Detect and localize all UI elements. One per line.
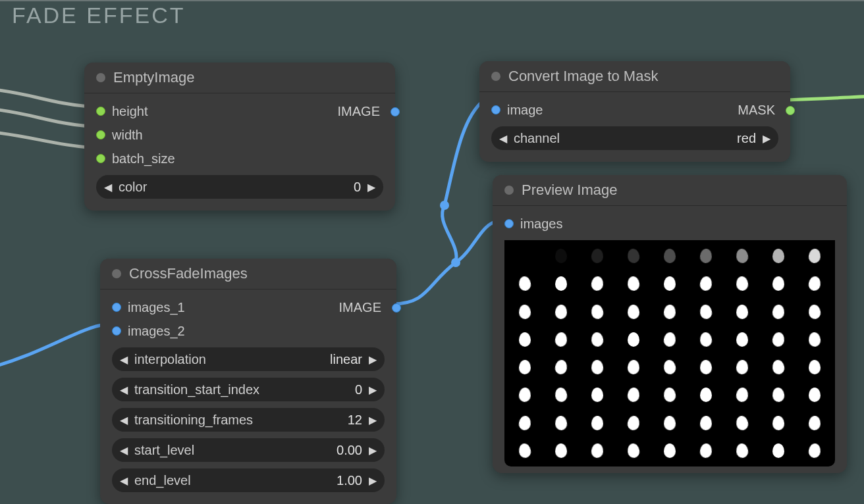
arrow-left-icon[interactable]: ◀ bbox=[120, 384, 128, 396]
widget-start-level[interactable]: ◀ start_level 0.00 ▶ bbox=[112, 438, 385, 462]
arrow-right-icon[interactable]: ▶ bbox=[369, 353, 377, 366]
port-icon[interactable] bbox=[786, 106, 795, 115]
preview-cell bbox=[797, 354, 832, 380]
widget-interpolation[interactable]: ◀ interpolation linear ▶ bbox=[112, 347, 385, 371]
port-icon[interactable] bbox=[491, 105, 500, 114]
node-convert-image-to-mask[interactable]: Convert Image to Mask MASK image ◀ chann… bbox=[479, 61, 790, 162]
node-crossfadeimages[interactable]: CrossFadeImages IMAGE images_1 images_2 … bbox=[100, 259, 396, 504]
node-title: Preview Image bbox=[522, 182, 618, 199]
input-label: height bbox=[112, 104, 148, 119]
input-label: batch_size bbox=[112, 151, 175, 166]
blob-icon bbox=[518, 332, 530, 347]
blob-icon bbox=[554, 387, 568, 403]
widget-value: 1.00 bbox=[337, 473, 362, 488]
blob-icon bbox=[808, 248, 821, 264]
arrow-left-icon[interactable]: ◀ bbox=[499, 132, 507, 145]
preview-cell bbox=[507, 438, 542, 464]
preview-cell bbox=[797, 299, 832, 325]
blob-icon bbox=[772, 415, 785, 430]
node-header[interactable]: CrossFadeImages bbox=[100, 259, 396, 290]
node-title: EmptyImage bbox=[113, 69, 195, 86]
arrow-left-icon[interactable]: ◀ bbox=[120, 414, 128, 426]
widget-value: linear bbox=[330, 352, 362, 367]
input-images-1[interactable]: images_1 bbox=[112, 297, 385, 317]
widget-channel[interactable]: ◀ channel red ▶ bbox=[491, 126, 778, 150]
port-icon[interactable] bbox=[96, 107, 105, 116]
arrow-left-icon[interactable]: ◀ bbox=[120, 444, 128, 457]
port-icon[interactable] bbox=[504, 219, 514, 228]
input-batch-size[interactable]: batch_size bbox=[96, 149, 383, 168]
blob-icon bbox=[736, 248, 749, 264]
collapse-dot-icon[interactable] bbox=[504, 186, 514, 195]
widget-label: start_level bbox=[134, 443, 194, 458]
input-height[interactable]: height bbox=[96, 101, 383, 121]
preview-cell bbox=[543, 326, 578, 353]
arrow-left-icon[interactable]: ◀ bbox=[120, 353, 128, 366]
node-preview-image[interactable]: Preview Image images bbox=[493, 175, 847, 473]
blob-icon bbox=[518, 360, 531, 375]
arrow-left-icon[interactable]: ◀ bbox=[104, 181, 112, 193]
preview-cell bbox=[616, 438, 651, 464]
preview-cell bbox=[616, 299, 651, 325]
blob-icon bbox=[808, 276, 822, 292]
node-header[interactable]: Convert Image to Mask bbox=[479, 61, 790, 92]
preview-cell bbox=[689, 410, 724, 436]
widget-value: 0.00 bbox=[337, 443, 362, 458]
blob-icon bbox=[736, 332, 748, 347]
input-label: image bbox=[507, 103, 543, 118]
widget-value: 12 bbox=[348, 413, 362, 428]
preview-cell bbox=[761, 299, 796, 325]
node-header[interactable]: EmptyImage bbox=[84, 63, 395, 93]
blob-icon bbox=[809, 388, 821, 402]
node-emptyimage[interactable]: EmptyImage IMAGE height width batch_size bbox=[84, 63, 395, 211]
input-label: images bbox=[520, 216, 562, 232]
blob-icon bbox=[590, 303, 605, 320]
collapse-dot-icon[interactable] bbox=[96, 73, 105, 82]
widget-label: channel bbox=[514, 131, 560, 146]
port-icon[interactable] bbox=[96, 130, 105, 139]
blob-icon bbox=[554, 415, 568, 430]
arrow-right-icon[interactable]: ▶ bbox=[369, 384, 377, 396]
canvas[interactable]: FADE EFFECT EmptyImage IMAGE height widt… bbox=[0, 0, 864, 504]
blob-icon bbox=[736, 276, 749, 291]
arrow-right-icon[interactable]: ▶ bbox=[369, 474, 377, 487]
preview-cell bbox=[761, 354, 796, 380]
port-icon[interactable] bbox=[112, 303, 121, 312]
arrow-right-icon[interactable]: ▶ bbox=[763, 132, 770, 145]
port-icon[interactable] bbox=[112, 326, 121, 336]
blob-icon bbox=[699, 332, 713, 347]
blob-icon bbox=[627, 304, 639, 319]
preview-cell bbox=[616, 243, 651, 269]
collapse-dot-icon[interactable] bbox=[491, 72, 500, 81]
node-header[interactable]: Preview Image bbox=[493, 175, 847, 206]
widget-end-level[interactable]: ◀ end_level 1.00 ▶ bbox=[112, 468, 385, 492]
preview-cell bbox=[689, 326, 724, 353]
arrow-left-icon[interactable]: ◀ bbox=[120, 474, 128, 487]
preview-cell bbox=[761, 438, 796, 464]
widget-color[interactable]: ◀ color 0 ▶ bbox=[96, 175, 383, 199]
widget-transitioning-frames[interactable]: ◀ transitioning_frames 12 ▶ bbox=[112, 408, 385, 432]
input-images-2[interactable]: images_2 bbox=[112, 321, 385, 341]
widget-transition-start-index[interactable]: ◀ transition_start_index 0 ▶ bbox=[112, 378, 385, 401]
port-icon[interactable] bbox=[96, 154, 105, 163]
svg-point-1 bbox=[451, 258, 460, 267]
preview-cell bbox=[580, 326, 614, 353]
arrow-right-icon[interactable]: ▶ bbox=[369, 414, 377, 426]
preview-cell bbox=[507, 410, 542, 436]
blob-icon bbox=[700, 415, 713, 430]
input-image[interactable]: image bbox=[491, 100, 778, 120]
port-icon[interactable] bbox=[392, 303, 401, 313]
blob-icon bbox=[736, 304, 749, 319]
input-width[interactable]: width bbox=[96, 125, 383, 145]
input-images[interactable]: images bbox=[504, 214, 835, 234]
blob-icon bbox=[663, 304, 676, 319]
widget-label: interpolation bbox=[134, 352, 206, 367]
collapse-dot-icon[interactable] bbox=[112, 269, 121, 278]
arrow-right-icon[interactable]: ▶ bbox=[369, 444, 377, 457]
port-icon[interactable] bbox=[391, 107, 400, 116]
blob-icon bbox=[626, 248, 640, 265]
arrow-right-icon[interactable]: ▶ bbox=[367, 181, 375, 193]
blob-icon bbox=[772, 276, 785, 291]
blob-icon bbox=[554, 304, 567, 319]
blob-icon bbox=[626, 415, 640, 431]
